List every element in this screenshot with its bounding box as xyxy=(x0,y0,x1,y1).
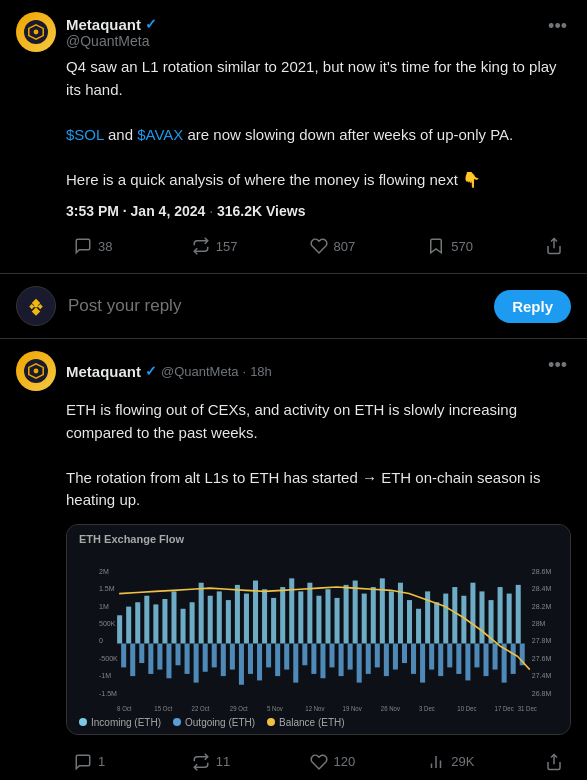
svg-rect-56 xyxy=(362,593,367,643)
svg-rect-89 xyxy=(257,643,262,680)
svg-rect-39 xyxy=(208,595,213,643)
svg-rect-74 xyxy=(121,643,126,667)
more-menu-1[interactable]: ••• xyxy=(544,12,571,41)
display-name-2[interactable]: Metaquant ✓ xyxy=(66,363,157,380)
svg-rect-76 xyxy=(139,643,144,663)
tweet-1-meta: 3:53 PM · Jan 4, 2024 · 316.2K Views xyxy=(66,203,571,219)
svg-rect-30 xyxy=(126,606,131,643)
svg-rect-98 xyxy=(339,643,344,676)
svg-rect-41 xyxy=(226,600,231,643)
svg-rect-64 xyxy=(434,602,439,643)
svg-rect-111 xyxy=(456,643,461,673)
bookmark-icon-1 xyxy=(427,237,445,255)
svg-rect-49 xyxy=(298,591,303,643)
share-action-2[interactable] xyxy=(537,747,571,777)
svg-rect-31 xyxy=(135,602,140,643)
avatar-2[interactable] xyxy=(16,351,56,391)
svg-rect-112 xyxy=(465,643,470,680)
comment-action-1[interactable]: 38 xyxy=(66,231,184,261)
svg-text:29 Oct: 29 Oct xyxy=(230,704,248,711)
eth-chart: ETH Exchange Flow 2M 1.5M 1M 500K 0 -500… xyxy=(66,524,571,735)
reply-button[interactable]: Reply xyxy=(494,290,571,323)
tweet-2-username[interactable]: @QuantMeta xyxy=(161,364,239,379)
svg-rect-47 xyxy=(280,587,285,643)
svg-text:31 Dec: 31 Dec xyxy=(518,704,537,711)
svg-rect-103 xyxy=(384,643,389,676)
svg-rect-68 xyxy=(470,582,475,643)
legend-incoming: Incoming (ETH) xyxy=(79,717,161,728)
reply-avatar xyxy=(16,286,56,326)
legend-outgoing: Outgoing (ETH) xyxy=(173,717,255,728)
svg-text:-1.5M: -1.5M xyxy=(99,688,117,697)
svg-rect-83 xyxy=(203,643,208,671)
tweet-2-timeago: 18h xyxy=(250,364,272,379)
comment-action-2[interactable]: 1 xyxy=(66,747,184,777)
svg-rect-54 xyxy=(344,584,349,643)
svg-text:8 Oct: 8 Oct xyxy=(117,704,132,711)
more-menu-2[interactable]: ••• xyxy=(544,351,571,380)
chart-legend: Incoming (ETH) Outgoing (ETH) Balance (E… xyxy=(67,713,570,734)
svg-text:3 Dec: 3 Dec xyxy=(419,704,435,711)
svg-rect-66 xyxy=(452,587,457,643)
svg-rect-102 xyxy=(375,643,380,667)
svg-rect-101 xyxy=(366,643,371,673)
svg-rect-107 xyxy=(420,643,425,682)
svg-rect-53 xyxy=(335,597,340,643)
svg-text:-500K: -500K xyxy=(99,653,118,662)
svg-rect-65 xyxy=(443,593,448,643)
tweet-1-header-left: Metaquant ✓ @QuantMeta xyxy=(16,12,157,52)
reply-box: Reply xyxy=(0,274,587,339)
views-icon-2 xyxy=(427,753,445,771)
svg-rect-69 xyxy=(479,591,484,643)
svg-rect-100 xyxy=(357,643,362,682)
tweet-1: Metaquant ✓ @QuantMeta ••• Q4 saw an L1 … xyxy=(0,0,587,274)
svg-rect-99 xyxy=(348,643,353,669)
legend-dot-outgoing xyxy=(173,718,181,726)
svg-rect-78 xyxy=(157,643,162,669)
tweet-2-header-left: Metaquant ✓ @QuantMeta · 18h xyxy=(16,351,272,391)
tweet-2-header: Metaquant ✓ @QuantMeta · 18h ••• xyxy=(16,351,571,391)
tweet-2: Metaquant ✓ @QuantMeta · 18h ••• ETH is … xyxy=(0,339,587,780)
svg-text:1M: 1M xyxy=(99,601,109,610)
heart-icon-1 xyxy=(310,237,328,255)
svg-text:5 Nov: 5 Nov xyxy=(267,704,284,711)
share-action-1[interactable] xyxy=(537,231,571,261)
svg-rect-55 xyxy=(353,580,358,643)
svg-rect-77 xyxy=(148,643,153,673)
legend-dot-incoming xyxy=(79,718,87,726)
chart-area: 2M 1.5M 1M 500K 0 -500K -1M -1.5M 28.6M … xyxy=(67,553,570,713)
share-icon-1 xyxy=(545,237,563,255)
svg-point-12 xyxy=(34,369,39,374)
reply-input[interactable] xyxy=(68,296,482,316)
display-name-1[interactable]: Metaquant ✓ xyxy=(66,16,157,33)
svg-rect-43 xyxy=(244,593,249,643)
svg-rect-35 xyxy=(171,591,176,643)
bookmark-action-1[interactable]: 570 xyxy=(419,231,537,261)
svg-text:28M: 28M xyxy=(532,618,546,627)
chart-title: ETH Exchange Flow xyxy=(67,525,570,553)
share-icon-2 xyxy=(545,753,563,771)
like-action-1[interactable]: 807 xyxy=(302,231,420,261)
like-action-2[interactable]: 120 xyxy=(302,747,420,777)
svg-rect-88 xyxy=(248,643,253,673)
avax-link[interactable]: $AVAX xyxy=(137,126,183,143)
svg-rect-81 xyxy=(185,643,190,673)
svg-text:12 Nov: 12 Nov xyxy=(305,704,325,711)
sol-link[interactable]: $SOL xyxy=(66,126,104,143)
svg-rect-61 xyxy=(407,600,412,643)
svg-rect-105 xyxy=(402,643,407,663)
svg-text:-1M: -1M xyxy=(99,670,111,679)
svg-rect-71 xyxy=(498,587,503,643)
avatar-1[interactable] xyxy=(16,12,56,52)
views-action-2[interactable]: 29K xyxy=(419,747,537,777)
retweet-action-1[interactable]: 157 xyxy=(184,231,302,261)
tweet-1-body: Q4 saw an L1 rotation similar to 2021, b… xyxy=(66,56,571,261)
svg-text:28.2M: 28.2M xyxy=(532,601,552,610)
tweet-1-text: Q4 saw an L1 rotation similar to 2021, b… xyxy=(66,56,571,191)
username-1[interactable]: @QuantMeta xyxy=(66,33,157,49)
svg-text:500K: 500K xyxy=(99,618,116,627)
svg-text:10 Dec: 10 Dec xyxy=(457,704,476,711)
svg-rect-59 xyxy=(389,591,394,643)
svg-text:27.6M: 27.6M xyxy=(532,653,552,662)
retweet-action-2[interactable]: 11 xyxy=(184,747,302,777)
